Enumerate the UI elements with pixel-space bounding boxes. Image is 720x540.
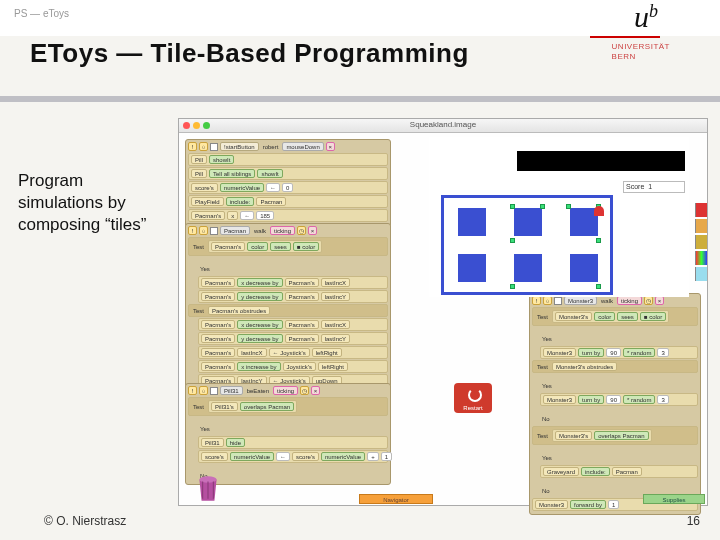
script-tile[interactable]: 0	[282, 183, 293, 192]
toggle-icon[interactable]	[210, 387, 218, 395]
script-tile[interactable]: sees	[617, 312, 638, 321]
pacman-playfield[interactable]: Score 1	[429, 137, 689, 297]
script-tile[interactable]: Pacman's	[285, 292, 319, 301]
script-tile[interactable]: 3	[657, 348, 668, 357]
script-tile[interactable]: y decrease by	[237, 334, 282, 343]
navigator-flap[interactable]: Navigator	[359, 494, 433, 504]
script-tile[interactable]: lastIncX	[237, 348, 266, 357]
script-tile[interactable]: Pill	[191, 155, 207, 164]
script-tile[interactable]: x decrease by	[237, 320, 282, 329]
script-tile[interactable]: score's	[201, 452, 228, 461]
script-tile[interactable]: x	[227, 211, 238, 220]
script-tile[interactable]: 90	[606, 348, 621, 357]
script-tile[interactable]: Pacman	[612, 467, 642, 476]
menu-icon[interactable]: ○	[543, 296, 552, 305]
supplies-flap[interactable]: Supplies	[643, 494, 705, 504]
script-tile[interactable]: forward by	[570, 500, 606, 509]
script-tile[interactable]: lastIncX	[321, 278, 350, 287]
script-holder[interactable]: Pill31	[220, 386, 243, 395]
script-tile[interactable]: hide	[226, 438, 245, 447]
script-tile[interactable]: ←	[240, 211, 254, 220]
script-tile[interactable]: ← Joystick's	[269, 348, 310, 357]
script-tile[interactable]: ←	[266, 183, 280, 192]
trash-icon[interactable]	[195, 473, 221, 503]
script-tile[interactable]: ■ color	[640, 312, 666, 321]
clock-icon[interactable]: ◷	[297, 226, 306, 235]
script-tile[interactable]: leftRight	[318, 362, 348, 371]
maze-arena[interactable]	[441, 195, 613, 295]
run-icon[interactable]: !	[188, 226, 197, 235]
script-panel-pill-beeaten[interactable]: ! ○ Pill31 beEaten ticking ◷ × TestPill3…	[185, 383, 391, 485]
script-tile[interactable]: leftRight	[312, 348, 342, 357]
script-tile[interactable]: Pacman's	[285, 278, 319, 287]
menu-icon[interactable]: ○	[199, 226, 208, 235]
script-mode[interactable]: ticking	[270, 226, 295, 235]
script-tile[interactable]: Pacman's	[201, 320, 235, 329]
run-icon[interactable]: !	[188, 142, 197, 151]
script-tile[interactable]: numericValue	[220, 183, 264, 192]
menu-icon[interactable]: ○	[199, 386, 208, 395]
script-tile[interactable]: overlaps Pacman	[240, 402, 294, 411]
script-tile[interactable]: 1	[381, 452, 392, 461]
script-tile[interactable]: Pacman's	[201, 348, 235, 357]
script-tile[interactable]: Pacman's	[201, 292, 235, 301]
script-tile[interactable]: ←	[276, 452, 290, 461]
script-tile[interactable]: Pacman's	[285, 320, 319, 329]
script-tile[interactable]: Monster3	[543, 348, 576, 357]
menu-icon[interactable]: ○	[199, 142, 208, 151]
flap-misc-icon[interactable]	[695, 267, 707, 281]
script-tile[interactable]: 1	[608, 500, 619, 509]
script-tile[interactable]: turn by	[578, 348, 604, 357]
script-tile[interactable]: score's	[292, 452, 319, 461]
script-tile[interactable]: color	[247, 242, 268, 251]
run-icon[interactable]: !	[188, 386, 197, 395]
script-tile[interactable]: Tell all siblings	[209, 169, 255, 178]
script-tile[interactable]: Monster3	[535, 500, 568, 509]
script-tile[interactable]: include:	[581, 467, 610, 476]
clock-icon[interactable]: ◷	[644, 296, 653, 305]
script-tile[interactable]: color	[594, 312, 615, 321]
flap-paint-icon[interactable]	[695, 203, 707, 217]
script-tile[interactable]: include:	[226, 197, 255, 206]
toggle-icon[interactable]	[210, 227, 218, 235]
script-tile[interactable]: Pacman's	[285, 334, 319, 343]
script-tile[interactable]: 90	[606, 395, 621, 404]
script-tile[interactable]: PlayField	[191, 197, 224, 206]
script-tile[interactable]: numericValue	[230, 452, 274, 461]
script-tile[interactable]: Pacman's	[201, 362, 235, 371]
script-button-name[interactable]: !startButton	[220, 142, 259, 151]
script-tile[interactable]: Pacman's	[201, 334, 235, 343]
script-panel-pacman-walk[interactable]: ! ○ Pacman walk ticking ◷ × TestPacman's…	[185, 223, 391, 405]
script-tile[interactable]: Pill31's	[211, 402, 238, 411]
run-icon[interactable]: !	[532, 296, 541, 305]
toggle-icon[interactable]	[554, 297, 562, 305]
script-tile[interactable]: Pacman's	[211, 242, 245, 251]
close-script-icon[interactable]: ×	[655, 296, 664, 305]
monster-sprite[interactable]	[594, 206, 604, 216]
script-tile[interactable]: y decrease by	[237, 292, 282, 301]
script-tile[interactable]: x decrease by	[237, 278, 282, 287]
toggle-icon[interactable]	[210, 143, 218, 151]
script-tile[interactable]: +	[367, 452, 379, 461]
script-tile[interactable]: numericValue	[321, 452, 365, 461]
script-trigger[interactable]: mouseDown	[282, 142, 323, 151]
script-tile[interactable]: Monster3's	[555, 431, 592, 440]
script-tile[interactable]: Pacman's	[191, 211, 225, 220]
flap-widgets-icon[interactable]	[695, 251, 707, 265]
close-script-icon[interactable]: ×	[326, 142, 335, 151]
script-tile[interactable]: turn by	[578, 395, 604, 404]
script-tile[interactable]: 3	[657, 395, 668, 404]
script-tile[interactable]: Monster3's	[555, 312, 592, 321]
script-tile[interactable]: 185	[256, 211, 274, 220]
script-tile[interactable]: Pill	[191, 169, 207, 178]
script-tile[interactable]: overlaps Pacman	[594, 431, 648, 440]
script-tile[interactable]: lastIncX	[321, 320, 350, 329]
restart-button[interactable]: Restart	[454, 383, 492, 413]
script-tile[interactable]: ■ color	[293, 242, 319, 251]
script-tile[interactable]: Pacman	[256, 197, 286, 206]
script-tile[interactable]: Monster3	[543, 395, 576, 404]
script-tile[interactable]: sees	[270, 242, 291, 251]
script-tile[interactable]: x increase by	[237, 362, 280, 371]
script-holder[interactable]: Monster3	[564, 296, 597, 305]
script-panel-monster-walk[interactable]: ! ○ Monster3 walk ticking ◷ × TestMonste…	[529, 293, 701, 515]
